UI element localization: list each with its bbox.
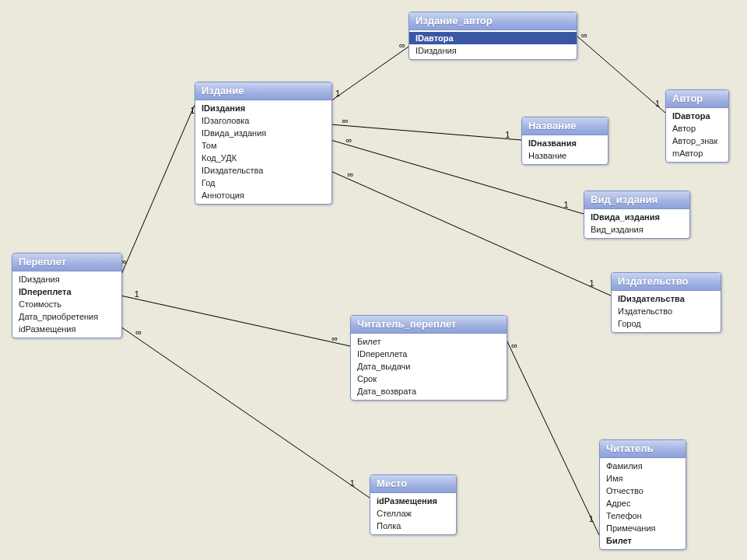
table-header[interactable]: Место xyxy=(370,475,456,493)
cardinality-label: 1 xyxy=(564,200,569,209)
er-diagram-canvas: { "tables": [ { "id": "izdanie_avtor", "… xyxy=(0,0,747,560)
cardinality-label: 1 xyxy=(655,99,660,108)
field[interactable]: Отчество xyxy=(600,485,686,497)
table-header[interactable]: Читатель_переплет xyxy=(351,316,507,334)
field[interactable]: IDиздания xyxy=(409,44,577,57)
table-header[interactable]: Издание_автор xyxy=(409,12,577,30)
table-header[interactable]: Вид_издания xyxy=(584,191,689,209)
table-izdatelstvo[interactable]: ИздательствоIDиздательстваИздательствоГо… xyxy=(611,272,721,333)
field[interactable]: Билет xyxy=(600,534,686,547)
field[interactable]: IDпереплета xyxy=(12,285,121,298)
field[interactable]: IDавтора xyxy=(409,32,577,44)
field[interactable]: Название xyxy=(522,149,608,162)
field[interactable]: Издательство xyxy=(612,305,721,317)
field[interactable]: Город xyxy=(612,317,721,330)
field[interactable]: IDвида_издания xyxy=(195,127,331,139)
cardinality-label: 1 xyxy=(589,514,594,523)
field[interactable]: IDпереплета xyxy=(351,348,507,360)
table-pereplet[interactable]: ПереплетIDизданияIDпереплетаСтоимостьДат… xyxy=(12,253,122,338)
field[interactable]: Полка xyxy=(370,520,456,532)
field[interactable]: IDвида_издания xyxy=(584,211,689,223)
field[interactable]: idРазмещения xyxy=(12,323,121,335)
field[interactable]: Автор xyxy=(666,122,728,135)
table-body: IDавтораIDиздания xyxy=(409,30,577,59)
field[interactable]: IDиздательства xyxy=(612,292,721,305)
table-izdanie_avtor[interactable]: Издание_авторIDавтораIDиздания xyxy=(409,12,577,60)
cardinality-label: ∞ xyxy=(581,30,587,40)
table-izdanie[interactable]: ИзданиеIDизданияIDзаголовкаIDвида_издани… xyxy=(195,82,332,205)
cardinality-label: ∞ xyxy=(511,341,517,350)
table-body: ФамилияИмяОтчествоАдресТелефонПримечания… xyxy=(600,458,686,549)
field[interactable]: Вид_издания xyxy=(584,223,689,236)
svg-line-4 xyxy=(331,171,611,296)
table-avtor[interactable]: АвторIDавтораАвторАвтор_знакmАвтор xyxy=(665,89,729,163)
field[interactable]: Автор_знак xyxy=(666,135,728,147)
field[interactable]: IDиздания xyxy=(12,273,121,285)
table-body: IDназванияНазвание xyxy=(522,135,608,164)
field[interactable]: IDзаголовка xyxy=(195,114,331,127)
field[interactable]: idРазмещения xyxy=(370,495,456,507)
field[interactable]: Аннотоция xyxy=(195,189,331,201)
svg-line-1 xyxy=(576,35,665,113)
table-chitatel_pereplet[interactable]: Читатель_переплетБилетIDпереплетаДата_вы… xyxy=(350,315,507,401)
table-mesto[interactable]: МестоidРазмещенияСтеллажПолка xyxy=(370,474,457,535)
field[interactable]: Телефон xyxy=(600,509,686,522)
table-body: БилетIDпереплетаДата_выдачиСрокДата_возв… xyxy=(351,334,507,400)
table-body: IDизданияIDпереплетаСтоимостьДата_приобр… xyxy=(12,271,121,338)
field[interactable]: Фамилия xyxy=(600,460,686,472)
table-chitatel[interactable]: ЧитательФамилияИмяОтчествоАдресТелефонПр… xyxy=(599,439,686,550)
field[interactable]: IDназвания xyxy=(522,137,608,149)
table-body: IDвида_изданияВид_издания xyxy=(584,209,689,238)
table-body: IDавтораАвторАвтор_знакmАвтор xyxy=(666,108,728,162)
cardinality-label: ∞ xyxy=(348,170,354,179)
field[interactable]: Дата_приобретения xyxy=(12,310,121,323)
field[interactable]: Стоимость xyxy=(12,298,121,310)
field[interactable]: Срок xyxy=(351,373,507,385)
field[interactable]: IDиздания xyxy=(195,102,331,114)
svg-line-2 xyxy=(331,124,521,140)
cardinality-label: 1 xyxy=(505,130,510,139)
table-header[interactable]: Переплет xyxy=(12,254,121,271)
field[interactable]: Билет xyxy=(351,335,507,348)
table-vid_izdaniya[interactable]: Вид_изданияIDвида_изданияВид_издания xyxy=(584,191,690,239)
cardinality-label: 1 xyxy=(135,289,139,299)
field[interactable]: Адрес xyxy=(600,497,686,509)
svg-line-8 xyxy=(121,327,370,498)
field[interactable]: Том xyxy=(195,139,331,152)
svg-line-0 xyxy=(331,47,409,101)
cardinality-label: 1 xyxy=(589,278,594,288)
cardinality-label: ∞ xyxy=(135,327,142,337)
cardinality-label: ∞ xyxy=(331,334,338,343)
field[interactable]: Имя xyxy=(600,472,686,485)
cardinality-label: 1 xyxy=(350,478,355,488)
field[interactable]: Дата_возврата xyxy=(351,385,507,397)
field[interactable]: Код_УДК xyxy=(195,152,331,164)
svg-line-6 xyxy=(121,296,350,346)
table-header[interactable]: Издание xyxy=(195,82,331,100)
svg-line-5 xyxy=(121,105,195,276)
table-header[interactable]: Издательство xyxy=(612,273,721,291)
table-header[interactable]: Название xyxy=(522,117,608,135)
field[interactable]: IDиздательства xyxy=(195,164,331,177)
field[interactable]: Стеллаж xyxy=(370,507,456,520)
table-body: IDизданияIDзаголовкаIDвида_изданияТомКод… xyxy=(195,100,331,204)
table-body: IDиздательстваИздательствоГород xyxy=(612,291,721,332)
table-body: idРазмещенияСтеллажПолка xyxy=(370,493,456,534)
cardinality-label: ∞ xyxy=(342,116,349,125)
cardinality-label: 1 xyxy=(335,89,340,98)
table-header[interactable]: Читатель xyxy=(600,440,686,458)
field[interactable]: Примечания xyxy=(600,522,686,534)
field[interactable]: mАвтор xyxy=(666,147,728,159)
field[interactable]: Дата_выдачи xyxy=(351,360,507,373)
cardinality-label: ∞ xyxy=(346,135,352,145)
table-nazvanie[interactable]: НазваниеIDназванияНазвание xyxy=(521,117,608,165)
cardinality-label: ∞ xyxy=(399,40,405,50)
field[interactable]: IDавтора xyxy=(666,110,728,122)
svg-line-7 xyxy=(506,338,599,535)
field[interactable]: Год xyxy=(195,177,331,189)
table-header[interactable]: Автор xyxy=(666,90,728,108)
